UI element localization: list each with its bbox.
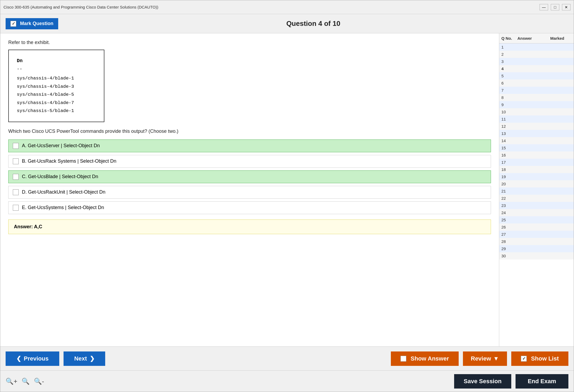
show-answer-button[interactable]: Show Answer	[391, 351, 458, 366]
show-list-button[interactable]: Show List	[511, 351, 568, 366]
exhibit-line-2: sys/chassis-4/blade-3	[17, 83, 96, 91]
option-e[interactable]: E. Get-UcsSystems | Select-Object Dn	[8, 201, 491, 214]
sidebar-row-28[interactable]: 28	[499, 238, 574, 245]
sidebar-row-27[interactable]: 27	[499, 231, 574, 238]
review-dropdown-icon: ▼	[493, 355, 499, 362]
sidebar-row-1[interactable]: 1	[499, 43, 574, 51]
sidebar-row-num: 30	[501, 254, 517, 258]
exhibit-line-3: sys/chassis-4/blade-5	[17, 91, 96, 99]
show-answer-checkbox-icon	[400, 356, 406, 362]
sidebar-row-17[interactable]: 17	[499, 159, 574, 166]
save-session-button[interactable]: Save Session	[454, 374, 511, 389]
sidebar-row-23[interactable]: 23	[499, 202, 574, 209]
sidebar-row-22[interactable]: 22	[499, 195, 574, 202]
sidebar-row-20[interactable]: 20	[499, 180, 574, 187]
option-b-checkbox	[13, 158, 19, 164]
minimize-button[interactable]: —	[540, 4, 548, 10]
toolbar: Mark Question Question 4 of 10	[0, 14, 574, 33]
window-controls: — □ ✕	[540, 4, 571, 10]
sidebar-row-16[interactable]: 16	[499, 151, 574, 159]
sidebar-row-num: 10	[501, 110, 517, 114]
sidebar-row-24[interactable]: 24	[499, 209, 574, 216]
sidebar-row-9[interactable]: 9	[499, 101, 574, 108]
sidebar-row-num: 21	[501, 189, 517, 193]
sidebar-row-num: 13	[501, 131, 517, 136]
bottom-bar: ❮ Previous Next ❯ Show Answer Review ▼ S…	[0, 346, 574, 370]
option-e-checkbox	[13, 205, 19, 211]
sidebar-row-21[interactable]: 21	[499, 187, 574, 195]
sidebar-row-15[interactable]: 15	[499, 144, 574, 151]
sidebar-row-num: 22	[501, 196, 517, 201]
review-button[interactable]: Review ▼	[463, 351, 507, 366]
sidebar-row-num: 11	[501, 117, 517, 121]
exhibit-dashes: --	[17, 65, 96, 73]
show-list-label: Show List	[531, 355, 559, 362]
sidebar-row-13[interactable]: 13	[499, 130, 574, 137]
sidebar-row-num: 4	[501, 66, 517, 71]
exhibit-line-4: sys/chassis-4/blade-7	[17, 99, 96, 107]
col-marked: Marked	[550, 36, 572, 41]
previous-label: Previous	[24, 355, 49, 362]
option-d[interactable]: D. Get-UcsRackUnit | Select-Object Dn	[8, 186, 491, 199]
question-title: Question 4 of 10	[58, 19, 568, 28]
next-button[interactable]: Next ❯	[64, 351, 105, 366]
sidebar-row-num: 20	[501, 182, 517, 186]
sidebar-row-18[interactable]: 18	[499, 166, 574, 173]
exhibit-line-5: sys/chassis-5/blade-1	[17, 107, 96, 115]
sidebar-row-4[interactable]: 4	[499, 65, 574, 72]
refer-text: Refer to the exhibit.	[8, 40, 491, 45]
sidebar: Q No. Answer Marked 12345678910111213141…	[499, 33, 574, 346]
sidebar-row-30[interactable]: 30	[499, 252, 574, 259]
sidebar-row-10[interactable]: 10	[499, 108, 574, 115]
sidebar-row-num: 26	[501, 225, 517, 229]
sidebar-row-26[interactable]: 26	[499, 223, 574, 231]
maximize-button[interactable]: □	[551, 4, 559, 10]
sidebar-header: Q No. Answer Marked	[499, 33, 574, 43]
end-exam-button[interactable]: End Exam	[516, 374, 568, 389]
sidebar-row-8[interactable]: 8	[499, 94, 574, 101]
sidebar-row-2[interactable]: 2	[499, 51, 574, 58]
zoom-reset-button[interactable]: 🔍	[22, 378, 30, 385]
answer-label: Answer: A,C	[14, 224, 42, 229]
close-button[interactable]: ✕	[562, 4, 571, 10]
sidebar-row-6[interactable]: 6	[499, 79, 574, 87]
sidebar-row-num: 28	[501, 239, 517, 244]
sidebar-row-num: 5	[501, 74, 517, 78]
sidebar-row-num: 29	[501, 246, 517, 251]
previous-button[interactable]: ❮ Previous	[6, 351, 59, 366]
sidebar-row-num: 24	[501, 210, 517, 215]
sidebar-list: 1234567891011121314151617181920212223242…	[499, 43, 574, 346]
sidebar-row-num: 6	[501, 81, 517, 85]
sidebar-row-25[interactable]: 25	[499, 216, 574, 223]
answer-box: Answer: A,C	[8, 219, 491, 234]
sidebar-row-num: 15	[501, 146, 517, 150]
col-q-no: Q No.	[501, 36, 517, 41]
mark-question-label: Mark Question	[20, 21, 53, 26]
save-session-label: Save Session	[464, 378, 502, 385]
sidebar-row-7[interactable]: 7	[499, 87, 574, 94]
mark-question-button[interactable]: Mark Question	[6, 18, 58, 29]
app-window: Cisco 300-635 (Automating and Programmin…	[0, 0, 574, 392]
exhibit-line-1: sys/chassis-4/blade-1	[17, 74, 96, 83]
zoom-out-button[interactable]: 🔍-	[34, 378, 44, 385]
option-b[interactable]: B. Get-UcsRack Systems | Select-Object D…	[8, 155, 491, 168]
sidebar-row-num: 12	[501, 124, 517, 129]
option-c[interactable]: C. Get-UcsBlade | Select-Object Dn	[8, 170, 491, 183]
sidebar-row-5[interactable]: 5	[499, 72, 574, 79]
titlebar: Cisco 300-635 (Automating and Programmin…	[0, 0, 574, 14]
show-list-checkbox-icon	[521, 356, 527, 362]
show-answer-label: Show Answer	[411, 355, 449, 362]
question-area: Refer to the exhibit. Dn -- sys/chassis-…	[0, 33, 499, 346]
sidebar-row-14[interactable]: 14	[499, 137, 574, 144]
sidebar-row-11[interactable]: 11	[499, 115, 574, 123]
sidebar-row-19[interactable]: 19	[499, 173, 574, 180]
option-a[interactable]: A. Get-UcsServer | Select-Object Dn	[8, 139, 491, 152]
sidebar-row-29[interactable]: 29	[499, 245, 574, 252]
col-answer: Answer	[517, 36, 550, 41]
zoom-in-button[interactable]: 🔍+	[6, 378, 17, 385]
sidebar-row-num: 25	[501, 218, 517, 222]
sidebar-row-12[interactable]: 12	[499, 123, 574, 130]
main-content: Refer to the exhibit. Dn -- sys/chassis-…	[0, 33, 574, 346]
sidebar-row-3[interactable]: 3	[499, 58, 574, 65]
option-c-label: C. Get-UcsBlade | Select-Object Dn	[22, 174, 98, 179]
